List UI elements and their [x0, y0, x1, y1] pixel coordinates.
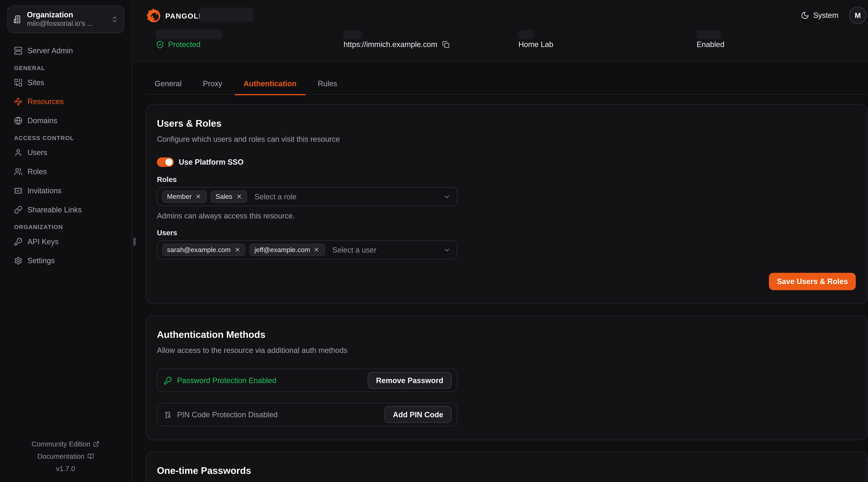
user-icon [14, 148, 22, 157]
sidebar: Organization milo@fossorial.io's ... Ser… [0, 0, 132, 482]
key-icon [164, 376, 172, 385]
chevrons-up-down-icon [111, 15, 118, 23]
app-window: Organization milo@fossorial.io's ... Ser… [0, 0, 868, 482]
password-protection-row: Password Protection Enabled Remove Passw… [157, 368, 457, 392]
user-chip: jeff@example.com [249, 244, 325, 256]
community-edition-link[interactable]: Community Edition [32, 440, 100, 448]
sidebar-item-label: Users [27, 148, 47, 157]
users-multiselect[interactable]: sarah@example.com jeff@example.com Selec… [157, 240, 457, 259]
external-link-icon [93, 441, 100, 447]
user-chip: sarah@example.com [162, 244, 245, 256]
resource-url-text: https://immich.example.com [344, 40, 437, 49]
avatar-initial: M [855, 11, 861, 20]
tab-authentication[interactable]: Authentication [235, 76, 305, 95]
avatar[interactable]: M [849, 7, 866, 24]
version-label: v1.7.0 [56, 465, 75, 473]
resource-site-text: Home Lab [518, 40, 553, 49]
org-selector-label: Organization [27, 10, 106, 20]
role-chip: Sales [210, 191, 247, 203]
users-placeholder: Select a user [332, 246, 439, 254]
remove-chip-icon[interactable] [234, 247, 241, 253]
remove-chip-icon[interactable] [236, 193, 242, 200]
sidebar-section-general: GENERAL [14, 65, 132, 71]
card-title: One-time Passwords [157, 465, 856, 477]
community-edition-label: Community Edition [32, 440, 90, 448]
sidebar-item-domains[interactable]: Domains [14, 116, 132, 125]
platform-sso-toggle[interactable] [157, 157, 174, 167]
moon-icon [801, 11, 809, 20]
sidebar-item-api-keys[interactable]: API Keys [14, 237, 132, 246]
tab-rules[interactable]: Rules [309, 76, 346, 95]
sidebar-item-settings[interactable]: Settings [14, 256, 132, 265]
content-area: General Proxy Authentication Rules Users… [133, 76, 868, 482]
resource-status-text: Protected [168, 40, 200, 49]
sites-icon [14, 78, 22, 87]
main-area: PANGOLIN System M Protected [133, 0, 868, 482]
sidebar-item-invitations[interactable]: Invitations [14, 186, 132, 195]
sidebar-nav: Server Admin GENERAL Sites Resources Dom… [0, 46, 132, 265]
tab-general[interactable]: General [146, 76, 190, 95]
remove-chip-icon[interactable] [195, 193, 202, 200]
resource-enabled: Enabled [696, 40, 724, 49]
documentation-link[interactable]: Documentation [37, 452, 94, 460]
sidebar-item-resources[interactable]: Resources [14, 97, 132, 106]
remove-chip-icon[interactable] [313, 247, 320, 253]
sidebar-item-label: Sites [27, 78, 44, 87]
sidebar-item-server-admin[interactable]: Server Admin [14, 46, 132, 55]
book-open-icon [87, 453, 94, 460]
role-chip-label: Sales [215, 193, 232, 200]
header-actions: System M [801, 7, 866, 24]
sidebar-item-roles[interactable]: Roles [14, 167, 132, 176]
sidebar-item-sites[interactable]: Sites [14, 78, 132, 87]
sidebar-item-label: Invitations [27, 186, 61, 194]
sidebar-item-label: Shareable Links [27, 205, 82, 214]
role-chip: Member [162, 191, 207, 203]
resource-site: Home Lab [518, 40, 553, 49]
org-texts: Organization milo@fossorial.io's ... [27, 10, 106, 28]
roles-multiselect[interactable]: Member Sales Select a role [157, 187, 457, 206]
sso-row: Use Platform SSO [157, 156, 856, 168]
otp-card: One-time Passwords Require email-based a… [146, 451, 867, 482]
card-subtitle: Configure which users and roles can visi… [157, 134, 856, 144]
roles-placeholder: Select a role [254, 192, 439, 201]
sidebar-item-label: Server Admin [27, 46, 73, 55]
redacted-label [199, 8, 253, 22]
pangolin-logo-icon [146, 8, 162, 24]
copy-icon[interactable] [442, 41, 450, 48]
shield-check-icon [156, 40, 164, 49]
redacted-label [344, 30, 362, 38]
sidebar-item-label: Settings [27, 256, 55, 265]
roles-field-label: Roles [157, 175, 856, 184]
sidebar-item-label: Roles [27, 167, 47, 175]
tab-label: Proxy [203, 79, 222, 88]
building-icon [13, 15, 22, 24]
resource-url: https://immich.example.com [344, 40, 450, 49]
sidebar-item-shareable-links[interactable]: Shareable Links [14, 205, 132, 214]
password-status-text: Password Protection Enabled [177, 376, 363, 385]
tab-proxy[interactable]: Proxy [194, 76, 231, 95]
pin-status-text: PIN Code Protection Disabled [177, 410, 379, 419]
add-pin-code-button[interactable]: Add PIN Code [384, 406, 452, 423]
sidebar-item-users[interactable]: Users [14, 148, 132, 157]
remove-password-button[interactable]: Remove Password [368, 372, 452, 389]
org-selector[interactable]: Organization milo@fossorial.io's ... [7, 5, 124, 33]
redacted-label [696, 30, 721, 38]
server-icon [14, 46, 22, 55]
chevron-down-icon [443, 193, 451, 200]
users-field-label: Users [157, 228, 856, 237]
save-row: Save Users & Roles [157, 273, 856, 290]
redacted-label [156, 30, 222, 39]
theme-toggle[interactable]: System [801, 11, 838, 20]
tab-label: General [155, 79, 182, 88]
resources-icon [14, 97, 22, 105]
save-users-roles-button[interactable]: Save Users & Roles [769, 273, 856, 290]
card-title: Users & Roles [157, 118, 856, 129]
tab-label: Rules [318, 79, 337, 88]
ticket-check-icon [14, 186, 22, 194]
users-icon [14, 167, 22, 175]
sidebar-item-label: Domains [27, 116, 57, 125]
card-subtitle: Allow access to the resource via additio… [157, 346, 856, 355]
sidebar-footer: Community Edition Documentation v1.7.0 [0, 438, 131, 475]
chevron-down-icon [443, 246, 451, 254]
top-header: PANGOLIN System M Protected [133, 0, 868, 62]
